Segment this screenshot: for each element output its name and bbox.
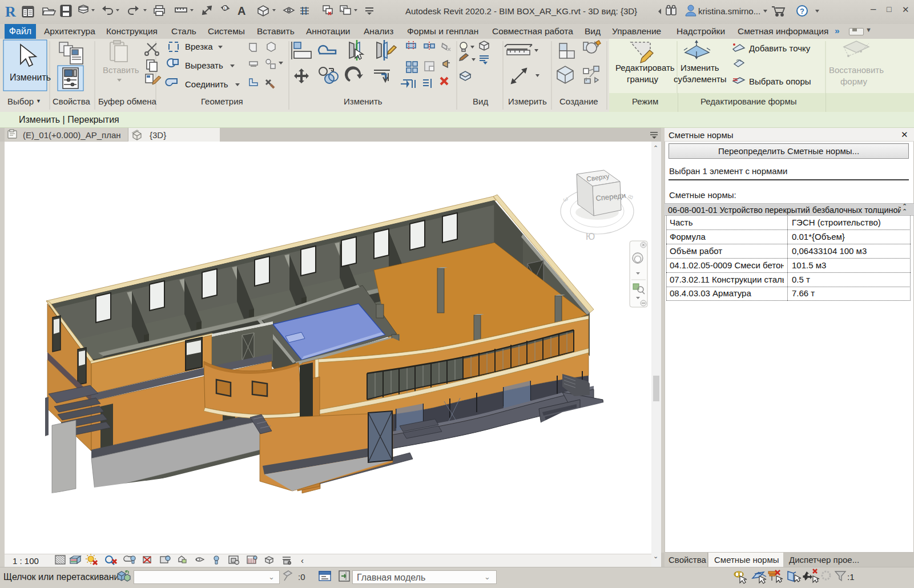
svg-text:Вставить: Вставить — [103, 65, 139, 75]
svg-text:A: A — [237, 5, 245, 17]
svg-text:субэлементы: субэлементы — [674, 74, 727, 84]
svg-text:границу: границу — [627, 74, 658, 84]
svg-text:Изменить: Изменить — [681, 63, 719, 73]
svg-text:R: R — [5, 3, 16, 20]
svg-text:Ю: Ю — [586, 232, 595, 241]
svg-text:З: З — [562, 196, 570, 203]
svg-text:Редактировать: Редактировать — [615, 63, 675, 73]
svg-text:форму: форму — [840, 76, 868, 86]
svg-text:Изменить: Изменить — [10, 73, 51, 82]
svg-text:Соединить: Соединить — [185, 79, 228, 89]
svg-text:1: 1 — [224, 6, 227, 11]
svg-text:?: ? — [800, 7, 804, 15]
svg-text:Добавить точку: Добавить точку — [749, 43, 811, 53]
svg-text:Вырезать: Вырезать — [185, 61, 223, 70]
svg-text:Восстановить: Восстановить — [829, 65, 884, 75]
svg-text:Врезка: Врезка — [185, 42, 213, 51]
svg-text:‹: ‹ — [301, 555, 304, 565]
svg-text:Выбрать опоры: Выбрать опоры — [749, 76, 811, 86]
svg-text:В: В — [626, 194, 634, 200]
